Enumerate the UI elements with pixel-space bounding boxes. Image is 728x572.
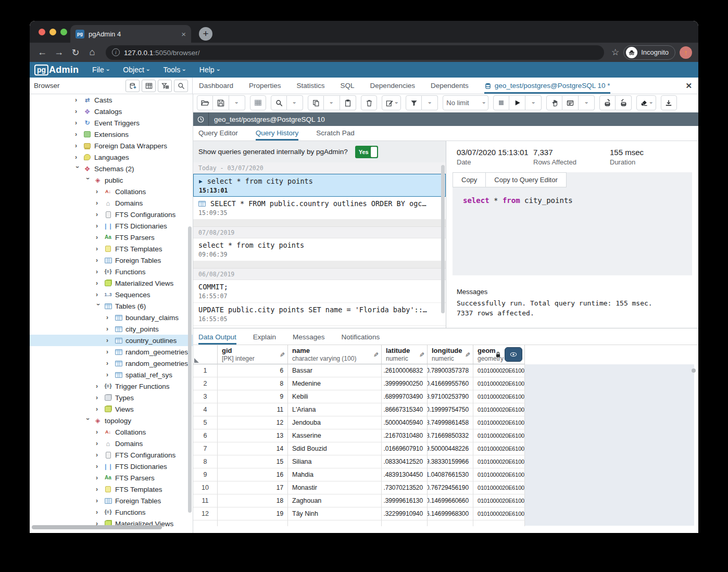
row-number[interactable]: 8 [193, 455, 218, 468]
cell-name[interactable]: Kebili [288, 390, 382, 403]
history-item[interactable]: select * from city_points09:06:39 [193, 238, 446, 261]
cell-geom[interactable]: 0101000020E6100... [473, 403, 525, 416]
chevron-right-icon[interactable]: › [96, 188, 101, 195]
grid-scrollbar-thumb[interactable] [692, 368, 696, 373]
cell-longitude[interactable]: 1.04087661530 [428, 468, 473, 481]
internal-queries-toggle[interactable]: Yes [355, 146, 378, 158]
cell-name[interactable]: Mahdia [288, 468, 382, 481]
tree-item-schemas-2[interactable]: ›❖Schemas (2) [30, 163, 193, 174]
save-file-button[interactable] [213, 95, 229, 110]
chevron-right-icon[interactable]: › [106, 360, 111, 367]
cell-longitude[interactable]: 0.41669955760 [428, 377, 473, 390]
url-bar[interactable]: i 127.0.0.1:5050/browser/ [106, 45, 604, 60]
row-number[interactable]: 3 [193, 390, 218, 403]
cell-longitude[interactable]: 0.19999754750 [428, 403, 473, 416]
save-dropdown-button[interactable]: › [229, 95, 245, 110]
tree-vertical-scrollbar[interactable] [188, 226, 192, 513]
cell-latitude[interactable]: .86667315340 [382, 403, 428, 416]
tree-item-domains[interactable]: ›⌂Domains [30, 197, 193, 209]
edit-column-icon[interactable]: ✎ [419, 351, 424, 359]
find-replace-button[interactable] [250, 95, 266, 110]
menu-help[interactable]: Help› [199, 66, 219, 74]
tree-item-domains[interactable]: ›⌂Domains [30, 438, 193, 449]
cell-latitude[interactable]: .68999703490 [382, 390, 428, 403]
cell-latitude[interactable]: .39999616130 [382, 494, 428, 507]
history-item[interactable]: ▶select * from city_points15:13:01 [193, 174, 446, 197]
cell-latitude[interactable]: .39999900250 [382, 377, 428, 390]
tree-item-foreign-tables[interactable]: ›Foreign Tables [30, 495, 193, 506]
chevron-right-icon[interactable]: › [75, 154, 80, 161]
cell-geom[interactable]: 0101000020E6100... [473, 377, 525, 390]
chevron-right-icon[interactable]: › [106, 337, 111, 344]
chevron-down-icon[interactable]: › [74, 166, 81, 171]
tree-item-event-triggers[interactable]: ›↻Event Triggers [30, 117, 193, 129]
download-csv-button[interactable] [661, 95, 677, 110]
row-number[interactable]: 10 [193, 481, 218, 494]
tree-item-fts-templates[interactable]: ›FTS Templates [30, 484, 193, 495]
tree-item-views[interactable]: ›Views [30, 403, 193, 415]
filter-dropdown-button[interactable]: › [422, 95, 438, 110]
tree-item-collations[interactable]: ›A↓Collations [30, 426, 193, 438]
forward-icon[interactable]: → [53, 47, 65, 58]
cell-name[interactable]: Jendouba [288, 416, 382, 429]
cell-gid[interactable]: 17 [218, 481, 288, 494]
reload-icon[interactable]: ↻ [69, 47, 82, 58]
tree-item-spatial-ref-sys[interactable]: ›spatial_ref_sys [30, 369, 193, 380]
column-header-gid[interactable]: gid[PK] integer✎ [218, 345, 288, 364]
cell-longitude[interactable]: 0.76729456190 [428, 481, 473, 494]
history-item[interactable]: UPDATE public.city_points SET name = 'Fl… [193, 303, 446, 326]
tab-query-tool[interactable]: geo_test/postgres@PostgreSQL 10 * [484, 78, 610, 94]
tree-item-random-geometries[interactable]: ›random_geometries [30, 346, 193, 358]
tree-item-fts-dictionaries[interactable]: ›❘❘FTS Dictionaries [30, 461, 193, 472]
tree-item-languages[interactable]: ›Languages [30, 151, 193, 163]
edit-column-icon[interactable]: ✎ [373, 351, 379, 359]
chevron-right-icon[interactable]: › [96, 463, 101, 470]
chevron-right-icon[interactable]: › [96, 428, 101, 436]
cell-name[interactable]: L'Ariana [288, 403, 382, 416]
extension-avatar-icon[interactable]: ↑ [680, 46, 692, 59]
chevron-right-icon[interactable]: › [96, 394, 101, 401]
search-button[interactable] [271, 95, 287, 110]
tree-horizontal-scrollbar[interactable] [32, 525, 162, 529]
tree-item-fts-parsers[interactable]: ›AaFTS Parsers [30, 232, 193, 243]
chevron-right-icon[interactable]: › [106, 348, 111, 355]
row-limit-select[interactable]: No limit› [443, 95, 488, 110]
cell-name[interactable]: Sdid Bouzid [288, 442, 382, 455]
cell-geom[interactable]: 0101000020E6100... [473, 416, 525, 429]
new-tab-button[interactable]: + [199, 27, 212, 41]
cell-gid[interactable]: 8 [218, 377, 288, 390]
tree-item-country-outlines[interactable]: ›country_outlines [30, 335, 193, 346]
row-number[interactable]: 11 [193, 494, 218, 507]
tree-item-public[interactable]: ›◈public [30, 174, 193, 186]
cell-geom[interactable]: 0101000020E6100... [473, 390, 525, 403]
tab-query-editor[interactable]: Query Editor [198, 129, 238, 141]
cell-gid[interactable]: 11 [218, 403, 288, 416]
tab-statistics[interactable]: Statistics [297, 82, 325, 90]
browser-tab[interactable]: pg pgAdmin 4 × [70, 25, 191, 43]
cell-longitude[interactable]: 9.50000448226 [428, 442, 473, 455]
cell-name[interactable]: Zaghouan [288, 494, 382, 507]
cell-name[interactable]: Monastir [288, 481, 382, 494]
chevron-right-icon[interactable]: › [75, 108, 80, 115]
maximize-window-button[interactable] [60, 29, 67, 35]
cell-name[interactable]: Kasserine [288, 429, 382, 442]
tree-item-random-geometries[interactable]: ›random_geometries [30, 358, 193, 369]
chevron-right-icon[interactable]: › [96, 279, 101, 287]
chevron-right-icon[interactable]: › [106, 371, 111, 378]
menu-object[interactable]: Object› [123, 66, 149, 74]
row-number[interactable]: 7 [193, 442, 218, 455]
clear-dropdown-button[interactable]: › [636, 95, 656, 110]
chevron-right-icon[interactable]: › [106, 314, 111, 321]
explain-button[interactable] [546, 95, 562, 110]
tree-item-casts[interactable]: ›⇄Casts [30, 94, 193, 106]
cancel-query-button[interactable] [493, 95, 509, 110]
chevron-right-icon[interactable]: › [106, 325, 111, 333]
cell-latitude[interactable]: .50000405940 [382, 416, 428, 429]
chevron-right-icon[interactable]: › [96, 440, 101, 447]
chevron-right-icon[interactable]: › [96, 245, 101, 252]
cell-geom[interactable]: 0101000020E6100... [473, 468, 525, 481]
copy-button-history[interactable]: Copy [453, 172, 486, 187]
chevron-right-icon[interactable]: › [75, 119, 80, 126]
cell-name[interactable]: Siliana [288, 455, 382, 468]
dependencies-grid-icon[interactable] [142, 80, 156, 92]
